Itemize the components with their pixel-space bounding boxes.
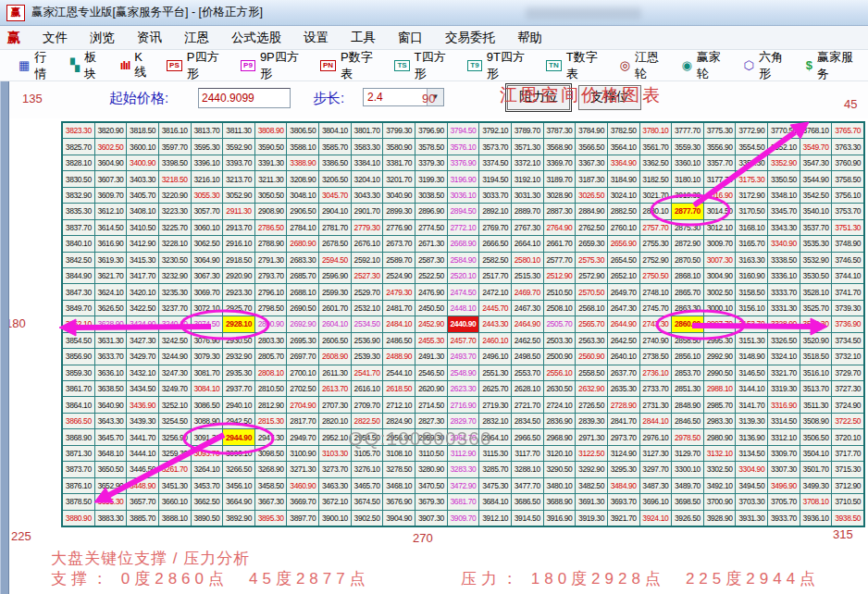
menu-item-江恩[interactable]: 江恩: [173, 31, 220, 44]
grid-cell: 3170.50: [736, 204, 767, 218]
grid-cell: 3643.30: [95, 414, 127, 428]
grid-cell: 3280.90: [415, 462, 447, 476]
grid-cell: 3763.30: [832, 139, 863, 154]
grid-cell: 2832.10: [479, 414, 511, 428]
grid-cell: 3367.30: [576, 155, 607, 170]
menu-item-交易委托[interactable]: 交易委托: [434, 31, 506, 44]
grid-cell: 2582.50: [479, 253, 511, 267]
grid-cell: 2546.50: [415, 365, 447, 380]
grid-cell: 3278.50: [383, 462, 415, 476]
grid-cell: 3696.10: [640, 494, 672, 509]
grid-cell: 2524.90: [383, 268, 415, 283]
toolbar-button-winner-wheel[interactable]: ◉赢家轮: [675, 49, 737, 82]
grid-cell: 2894.50: [448, 204, 479, 218]
grid-cell: 2793.70: [255, 268, 287, 283]
grid-cell: 3362.50: [640, 155, 672, 170]
menu-item-设置[interactable]: 设置: [292, 31, 340, 44]
grid-cell: 2632.90: [576, 381, 607, 396]
menu-item-公式选股[interactable]: 公式选股: [220, 31, 292, 44]
grid-cell: 3636.10: [95, 365, 127, 380]
toolbar-button-p-square[interactable]: PSP四方形: [159, 49, 233, 82]
grid-cell: 2654.50: [608, 253, 639, 267]
step-label: 步长:: [313, 90, 344, 107]
grid-cell: 2964.10: [479, 429, 511, 444]
grid-cell: 3621.70: [95, 268, 127, 283]
grid-cell: 2904.10: [319, 204, 351, 218]
toolbar-button-9t-square[interactable]: T99T四方形: [460, 49, 539, 82]
grid-cell: 3900.10: [319, 511, 351, 526]
grid-cell: 3525.70: [800, 301, 832, 316]
angle-label-135: 135: [22, 92, 43, 105]
grid-cell: 2937.70: [223, 381, 254, 396]
title-bar[interactable]: 赢 赢家江恩专业版[赢家服务平台] - [价格正方形]: [0, 0, 868, 26]
menu-item-浏览[interactable]: 浏览: [79, 31, 126, 44]
grid-cell: 2928.10: [223, 316, 254, 331]
toolbar-button-gann-wheel[interactable]: ◎江恩轮: [612, 49, 674, 82]
grid-cell: 3504.10: [800, 446, 832, 461]
grid-cell: 3794.50: [448, 123, 479, 138]
grid-cell: 3580.90: [383, 139, 415, 154]
grid-cell: 3770.50: [768, 123, 800, 138]
toolbar-button-kline[interactable]: ılılK线: [113, 50, 159, 80]
toolbar-button-quotes[interactable]: ▦行情: [11, 49, 63, 82]
grid-cell: 3744.10: [832, 268, 863, 283]
grid-cell: 3069.70: [192, 284, 223, 299]
toolbar-button-t-number-table[interactable]: TNT数字表: [539, 49, 612, 82]
grid-cell: 3729.70: [832, 365, 863, 380]
grid-cell: 3878.50: [63, 494, 94, 509]
grid-cell: 3492.10: [704, 478, 736, 493]
grid-cell: 3739.30: [832, 301, 863, 316]
grid-cell: 3422.50: [127, 301, 158, 316]
grid-cell: 3252.10: [159, 397, 191, 412]
grid-cell: 3693.70: [608, 494, 639, 509]
grid-cell: 3604.90: [95, 155, 127, 170]
hexagon-icon: ⬡: [744, 59, 754, 71]
grid-cell: 2880.10: [640, 204, 672, 218]
grid-cell: 3134.50: [736, 446, 767, 461]
toolbar-button-winner-service[interactable]: $赢家服务: [799, 49, 868, 82]
grid-cell: 2714.50: [415, 397, 447, 412]
grid-cell: 2474.50: [448, 284, 479, 299]
grid-cell: 3487.30: [640, 478, 672, 493]
toolbar-button-t-square[interactable]: TST四方形: [387, 49, 460, 82]
start-price-input[interactable]: [198, 88, 291, 108]
grid-cell: 3088.90: [192, 414, 223, 428]
grid-cell: 3237.70: [159, 301, 191, 316]
grid-cell: 3571.30: [512, 139, 543, 154]
grid-cell: 3331.30: [768, 301, 800, 316]
grid-cell: 2457.70: [448, 333, 479, 348]
grid-cell: 3021.70: [640, 188, 672, 203]
grid-cell: 3132.10: [704, 446, 736, 461]
toolbar-button-hexagon[interactable]: ⬡六角形: [737, 49, 799, 82]
grid-cell: 3285.70: [479, 462, 511, 476]
grid-cell: 3722.50: [832, 414, 863, 428]
menu-item-资讯[interactable]: 资讯: [126, 31, 173, 44]
grid-cell: 2685.70: [287, 268, 318, 283]
grid-cell: 2719.30: [479, 397, 511, 412]
grid-cell: 2889.70: [512, 204, 543, 218]
grid-cell: 3616.90: [95, 236, 127, 251]
grid-cell: 2690.50: [287, 301, 318, 316]
grid-cell: 3374.50: [479, 155, 511, 170]
grid-cell: 2736.10: [640, 365, 672, 380]
toolbar-button-9p-square[interactable]: P99P四方形: [233, 49, 313, 82]
grid-cell: 3520.90: [800, 333, 832, 348]
grid-cell: 3607.30: [95, 171, 127, 186]
grid-cell: 3516.10: [800, 365, 832, 380]
menu-item-窗口[interactable]: 窗口: [387, 31, 434, 44]
menu-item-帮助[interactable]: 帮助: [506, 31, 553, 44]
grid-cell: 3633.70: [95, 349, 127, 364]
menu-item-文件[interactable]: 文件: [31, 31, 79, 44]
grid-cell: 2901.70: [352, 204, 383, 218]
grid-cell: 2517.70: [479, 268, 511, 283]
grid-cell: 3914.50: [512, 511, 543, 526]
grid-cell: 3439.30: [127, 414, 158, 428]
grid-cell: 3880.90: [63, 511, 94, 526]
toolbar-button-p-number-table[interactable]: PNP数字表: [313, 49, 387, 82]
toolbar-button-sectors[interactable]: ▚板块: [63, 49, 113, 82]
grid-cell: 3410.50: [127, 220, 158, 235]
grid-cell: 2774.50: [415, 220, 447, 235]
grid-cell: 2673.70: [383, 236, 415, 251]
grid-cell: 3019.30: [672, 188, 703, 203]
menu-item-工具[interactable]: 工具: [340, 31, 387, 44]
